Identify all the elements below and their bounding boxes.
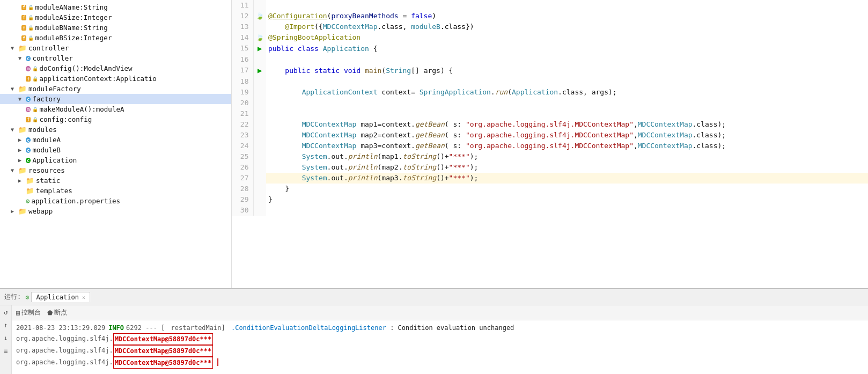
console-output: 2021-08-23 23:13:29.029 INFO 6292 --- [ … xyxy=(12,320,868,374)
run-tab-application[interactable]: Application × xyxy=(31,292,90,302)
folder-icon: 📁 xyxy=(18,85,27,93)
log-highlight: MDCContextMap@58897d0c*** xyxy=(113,345,214,357)
line-number: 22 xyxy=(232,119,253,130)
tree-item-moduleFactory-folder[interactable]: ▼ 📁 moduleFactory xyxy=(0,84,231,94)
code-table: 11 12 🍃 @Configuration(proxyBeanMethods … xyxy=(232,0,868,216)
c-icon: c xyxy=(26,56,31,61)
line-gutter xyxy=(253,205,266,216)
tree-item-moduleASize[interactable]: f 🔒 moduleASize:Integer xyxy=(0,12,231,23)
line-content: System.out.println(map3.toString()+"***"… xyxy=(266,173,868,184)
file-tree: f 🔒 moduleAName:String f 🔒 moduleASize:I… xyxy=(0,0,232,288)
tree-item-moduleA[interactable]: ▶ c moduleA xyxy=(0,135,231,145)
line-number: 30 xyxy=(232,205,253,216)
arrow-icon: ▶ xyxy=(18,157,26,163)
tree-item-moduleBSize[interactable]: f 🔒 moduleBSize:Integer xyxy=(0,33,231,43)
console-line-2: org.apache.logging.slf4j.MDCContextMap@5… xyxy=(16,333,864,345)
line-gutter xyxy=(253,130,266,141)
line-gutter xyxy=(253,108,266,119)
tree-label: moduleA xyxy=(32,136,61,144)
tree-item-makeModuleA[interactable]: m 🔒 makeModuleA():moduleA xyxy=(0,104,231,114)
scroll-down-button[interactable]: ↓ xyxy=(1,333,11,343)
menu-button[interactable]: ≡ xyxy=(1,346,11,356)
line-content xyxy=(266,76,868,87)
f-icon: f xyxy=(21,25,26,31)
tree-item-appContext[interactable]: f 🔒 applicationContext:Applicatio xyxy=(0,74,231,84)
m-icon: m xyxy=(26,107,31,112)
code-line-26: 26 System.out.println(map2.toString()+"*… xyxy=(232,162,868,173)
line-content: @SpringBootApplication xyxy=(266,32,868,43)
code-editor[interactable]: 11 12 🍃 @Configuration(proxyBeanMethods … xyxy=(232,0,868,288)
tree-label: doConfig():ModelAndView xyxy=(39,64,132,72)
arrow-icon: ▼ xyxy=(11,127,18,133)
folder-icon: 📁 xyxy=(18,166,27,174)
tree-item-config[interactable]: f 🔒 config:config xyxy=(0,114,231,124)
line-gutter xyxy=(253,119,266,130)
tree-item-resources-folder[interactable]: ▼ 📁 resources xyxy=(0,165,231,175)
line-content: } xyxy=(266,194,868,205)
tree-label: moduleB xyxy=(32,146,61,154)
line-gutter: ▶ xyxy=(253,43,266,54)
code-line-20: 20 xyxy=(232,98,868,108)
tree-item-app-properties[interactable]: ⚙ application.properties xyxy=(0,196,231,206)
arrow-icon: ▶ xyxy=(18,147,26,153)
run-icon[interactable]: ▶ xyxy=(258,44,262,53)
tree-item-moduleAName[interactable]: f 🔒 moduleAName:String xyxy=(0,2,231,12)
main-area: f 🔒 moduleAName:String f 🔒 moduleASize:I… xyxy=(0,0,868,288)
tree-item-static-folder[interactable]: ▶ 📁 static xyxy=(0,175,231,186)
tree-label: controller xyxy=(28,44,69,52)
tree-label: static xyxy=(36,177,60,185)
console-tab[interactable]: ▤ 控制台 xyxy=(16,308,41,317)
line-gutter xyxy=(253,0,266,11)
tree-item-Application[interactable]: ▶ c Application xyxy=(0,155,231,165)
folder-icon: 📁 xyxy=(26,177,34,185)
tree-item-moduleBName[interactable]: f 🔒 moduleBName:String xyxy=(0,23,231,33)
line-number: 23 xyxy=(232,130,253,141)
f-icon: f xyxy=(26,76,31,82)
log-highlight: MDCContextMap@58897d0c*** xyxy=(113,333,214,345)
line-content: System.out.println(map1.toString()+"***"… xyxy=(266,151,868,162)
line-number: 14 xyxy=(232,32,253,43)
tree-item-moduleB[interactable]: ▶ c moduleB xyxy=(0,145,231,155)
tab-close-button[interactable]: × xyxy=(82,295,85,300)
code-line-11: 11 xyxy=(232,0,868,11)
scroll-up-button[interactable]: ↑ xyxy=(1,320,11,330)
code-line-15: 15 ▶ public class Application { xyxy=(232,43,868,54)
tree-item-modules-folder[interactable]: ▼ 📁 modules xyxy=(0,124,231,135)
arrow-icon: ▶ xyxy=(18,137,26,143)
log-level: INFO xyxy=(108,322,124,333)
tree-item-webapp-folder[interactable]: ▶ 📁 webapp xyxy=(0,206,231,216)
line-gutter: 🍃 xyxy=(253,32,266,43)
run-tab-bar: 运行: ⚙ Application × xyxy=(0,289,868,305)
line-content: } xyxy=(266,184,868,194)
line-content: public static void main(String[] args) { xyxy=(266,65,868,76)
lock-icon: 🔒 xyxy=(32,107,38,112)
line-number: 28 xyxy=(232,184,253,194)
line-content: MDCContextMap map1=context.getBean( s: "… xyxy=(266,119,868,130)
tree-label: application.properties xyxy=(32,197,121,205)
tree-item-doConfig[interactable]: m 🔒 doConfig():ModelAndView xyxy=(0,63,231,74)
tree-item-controller-folder[interactable]: ▼ 📁 controller xyxy=(0,43,231,53)
tree-label: config:config xyxy=(39,115,92,123)
lock-icon: 🔒 xyxy=(28,25,34,31)
breakpoints-tab[interactable]: ⬟ 断点 xyxy=(47,308,67,317)
tree-item-controller-class[interactable]: ▼ c controller xyxy=(0,53,231,63)
line-content: System.out.println(map2.toString()+"***"… xyxy=(266,162,868,173)
c-icon: c xyxy=(26,137,31,143)
log-highlight: MDCContextMap@58897d0c*** xyxy=(113,357,214,369)
tree-item-templates-folder[interactable]: 📁 templates xyxy=(0,186,231,196)
log-msg: : Condition evaluation unchanged xyxy=(386,322,514,333)
run-icon[interactable]: ▶ xyxy=(258,66,262,75)
run-label: 运行: xyxy=(4,292,21,302)
line-number: 19 xyxy=(232,87,253,98)
folder-icon: 📁 xyxy=(18,207,27,215)
arrow-icon: ▶ xyxy=(18,178,26,184)
restart-button[interactable]: ↺ xyxy=(1,307,11,317)
line-content: @Configuration(proxyBeanMethods = false) xyxy=(266,11,868,21)
line-gutter xyxy=(253,21,266,32)
props-icon: ⚙ xyxy=(26,197,30,205)
breakpoint-icon: ⬟ xyxy=(47,309,53,317)
left-action-bar: ↺ ↑ ↓ ≡ xyxy=(0,305,12,374)
lock-icon: 🔒 xyxy=(28,15,34,20)
tree-item-factory[interactable]: ▼ c factory xyxy=(0,94,231,104)
log-prefix: org.apache.logging.slf4j. xyxy=(16,357,113,368)
